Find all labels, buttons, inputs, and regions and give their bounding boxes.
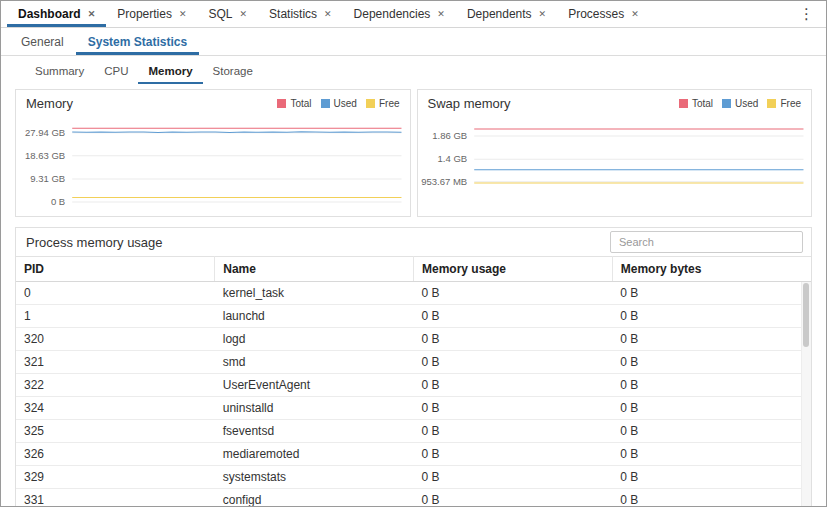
tab-statistics[interactable]: Statistics✕ bbox=[258, 1, 343, 27]
table-cell: smd bbox=[215, 351, 414, 374]
table-cell: 0 B bbox=[414, 443, 613, 466]
table-cell: 324 bbox=[16, 397, 215, 420]
legend-swatch-icon bbox=[722, 99, 731, 108]
tab-label: Statistics bbox=[269, 7, 317, 21]
svg-text:1.86 GB: 1.86 GB bbox=[432, 130, 467, 141]
table-cell: 325 bbox=[16, 420, 215, 443]
legend-swatch-icon bbox=[679, 99, 688, 108]
tab-dependents[interactable]: Dependents✕ bbox=[456, 1, 557, 27]
table-row[interactable]: 325fseventsd0 B0 B bbox=[16, 420, 811, 443]
svg-text:18.63 GB: 18.63 GB bbox=[25, 150, 65, 161]
column-header-name[interactable]: Name bbox=[215, 257, 414, 282]
chart-header: MemoryTotalUsedFree bbox=[16, 90, 410, 111]
table-cell: 0 B bbox=[414, 282, 613, 305]
search-input[interactable] bbox=[610, 231, 803, 253]
legend-label: Used bbox=[735, 98, 758, 109]
table-row[interactable]: 321smd0 B0 B bbox=[16, 351, 811, 374]
close-icon[interactable]: ✕ bbox=[179, 10, 187, 19]
table-cell: 0 B bbox=[414, 420, 613, 443]
kebab-menu-icon[interactable]: ⋮ bbox=[787, 1, 826, 27]
legend-swatch-icon bbox=[321, 99, 330, 108]
table-cell: 0 B bbox=[612, 374, 811, 397]
stat-tab-summary[interactable]: Summary bbox=[25, 58, 94, 84]
process-table-head-row: PIDNameMemory usageMemory bytes bbox=[16, 257, 811, 282]
legend-item-total: Total bbox=[277, 98, 311, 109]
table-cell: 0 B bbox=[414, 466, 613, 489]
column-header-memory-bytes[interactable]: Memory bytes bbox=[612, 257, 811, 282]
table-row[interactable]: 331configd0 B0 B bbox=[16, 489, 811, 507]
tab-properties[interactable]: Properties✕ bbox=[106, 1, 197, 27]
table-cell: 0 B bbox=[414, 351, 613, 374]
line-chart-swap-memory: 1.86 GB1.4 GB953.67 MB bbox=[418, 111, 812, 211]
legend-swatch-icon bbox=[366, 99, 375, 108]
tab-label: Dependencies bbox=[354, 7, 431, 21]
table-cell: launchd bbox=[215, 305, 414, 328]
table-cell: 1 bbox=[16, 305, 215, 328]
chart-panel-swap-memory: Swap memoryTotalUsedFree1.86 GB1.4 GB953… bbox=[417, 89, 813, 217]
legend-item-used: Used bbox=[722, 98, 758, 109]
stat-tab-memory[interactable]: Memory bbox=[138, 58, 202, 84]
svg-text:9.31 GB: 9.31 GB bbox=[30, 173, 65, 184]
svg-text:953.67 MB: 953.67 MB bbox=[421, 176, 467, 187]
table-cell: logd bbox=[215, 328, 414, 351]
column-header-memory-usage[interactable]: Memory usage bbox=[414, 257, 613, 282]
table-row[interactable]: 322UserEventAgent0 B0 B bbox=[16, 374, 811, 397]
table-cell: 329 bbox=[16, 466, 215, 489]
tab-processes[interactable]: Processes✕ bbox=[557, 1, 650, 27]
scrollbar-thumb[interactable] bbox=[803, 283, 809, 347]
table-row[interactable]: 1launchd0 B0 B bbox=[16, 305, 811, 328]
tab-label: Properties bbox=[117, 7, 172, 21]
table-cell: 0 B bbox=[612, 305, 811, 328]
legend-swatch-icon bbox=[767, 99, 776, 108]
legend-label: Free bbox=[379, 98, 400, 109]
table-cell: 0 B bbox=[612, 489, 811, 507]
table-row[interactable]: 324uninstalld0 B0 B bbox=[16, 397, 811, 420]
close-icon[interactable]: ✕ bbox=[240, 10, 248, 19]
table-cell: 0 B bbox=[612, 466, 811, 489]
legend-label: Used bbox=[334, 98, 357, 109]
nav-tab-system-statistics[interactable]: System Statistics bbox=[76, 28, 199, 55]
line-chart-memory: 27.94 GB18.63 GB9.31 GB0 B bbox=[16, 111, 410, 211]
close-icon[interactable]: ✕ bbox=[631, 10, 639, 19]
tab-dependencies[interactable]: Dependencies✕ bbox=[343, 1, 456, 27]
table-cell: mediaremoted bbox=[215, 443, 414, 466]
table-cell: systemstats bbox=[215, 466, 414, 489]
tab-sql[interactable]: SQL✕ bbox=[197, 1, 258, 27]
table-cell: 0 B bbox=[414, 374, 613, 397]
table-cell: 0 B bbox=[612, 351, 811, 374]
close-icon[interactable]: ✕ bbox=[437, 10, 445, 19]
column-header-pid[interactable]: PID bbox=[16, 257, 215, 282]
table-cell: 326 bbox=[16, 443, 215, 466]
table-cell: 0 B bbox=[414, 489, 613, 507]
pgadmin-dashboard-window: Dashboard✕Properties✕SQL✕Statistics✕Depe… bbox=[0, 0, 827, 507]
chart-legend: TotalUsedFree bbox=[277, 98, 399, 109]
tab-dashboard[interactable]: Dashboard✕ bbox=[7, 1, 106, 27]
table-row[interactable]: 326mediaremoted0 B0 B bbox=[16, 443, 811, 466]
table-row[interactable]: 329systemstats0 B0 B bbox=[16, 466, 811, 489]
table-row[interactable]: 320logd0 B0 B bbox=[16, 328, 811, 351]
legend-item-total: Total bbox=[679, 98, 713, 109]
table-cell: 331 bbox=[16, 489, 215, 507]
table-cell: 0 B bbox=[612, 420, 811, 443]
main-tab-bar: Dashboard✕Properties✕SQL✕Statistics✕Depe… bbox=[1, 1, 826, 28]
tab-label: Processes bbox=[568, 7, 624, 21]
table-row[interactable]: 0kernel_task0 B0 B bbox=[16, 282, 811, 305]
stat-tab-cpu[interactable]: CPU bbox=[94, 58, 138, 84]
chart-header: Swap memoryTotalUsedFree bbox=[418, 90, 812, 111]
legend-label: Total bbox=[692, 98, 713, 109]
stat-tab-storage[interactable]: Storage bbox=[203, 58, 263, 84]
legend-label: Free bbox=[780, 98, 801, 109]
table-cell: 0 B bbox=[612, 397, 811, 420]
chart-legend: TotalUsedFree bbox=[679, 98, 801, 109]
table-cell: 0 B bbox=[612, 328, 811, 351]
table-cell: 0 B bbox=[414, 397, 613, 420]
close-icon[interactable]: ✕ bbox=[324, 10, 332, 19]
close-icon[interactable]: ✕ bbox=[88, 10, 96, 19]
chart-title: Memory bbox=[26, 96, 73, 111]
table-scrollbar[interactable] bbox=[801, 282, 811, 507]
nav-tab-general[interactable]: General bbox=[9, 28, 76, 55]
tab-label: Dependents bbox=[467, 7, 532, 21]
close-icon[interactable]: ✕ bbox=[539, 10, 547, 19]
charts-row: MemoryTotalUsedFree27.94 GB18.63 GB9.31 … bbox=[1, 84, 826, 227]
table-cell: 0 B bbox=[414, 305, 613, 328]
